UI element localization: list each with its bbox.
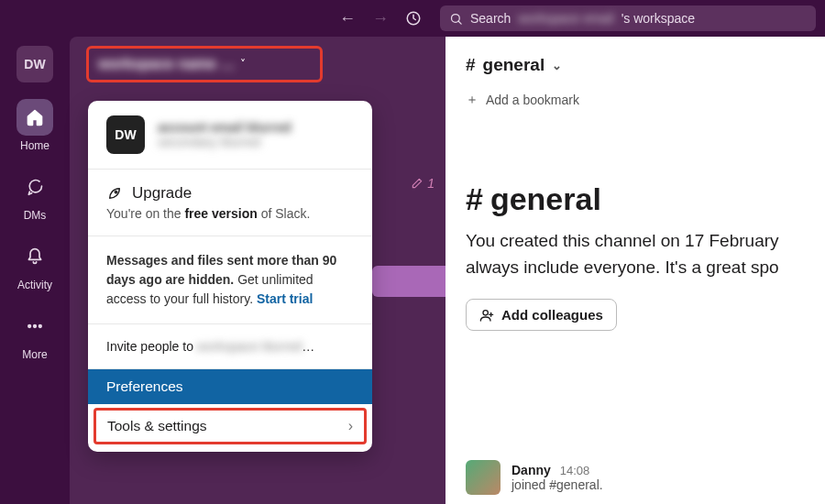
channel-hero-text: You created this channel on 17 February … xyxy=(466,228,825,280)
rail-item-dms[interactable]: DMs xyxy=(16,169,53,222)
channel-hero-title: # general xyxy=(466,181,825,217)
chevron-down-icon: ⌄ xyxy=(552,59,562,72)
search-input[interactable]: Search workspace email 's workspace xyxy=(440,5,816,31)
edit-count-badge: 1 xyxy=(411,176,434,191)
search-icon xyxy=(449,12,463,26)
main-area: DW Home DMs Activity More workspace name… xyxy=(0,37,825,504)
rail-item-home[interactable]: Home xyxy=(16,99,53,152)
bell-icon xyxy=(26,247,44,266)
search-placeholder-prefix: Search xyxy=(470,11,511,26)
left-rail: DW Home DMs Activity More xyxy=(0,37,70,504)
channel-header-button[interactable]: # general ⌄ xyxy=(466,55,825,75)
rail-label: Home xyxy=(20,139,50,152)
dropdown-invite-section[interactable]: Invite people to workspace blurred… xyxy=(88,324,372,369)
rocket-icon xyxy=(106,185,123,202)
filter-icon[interactable] xyxy=(387,56,403,72)
add-colleagues-button[interactable]: Add colleagues xyxy=(466,299,617,331)
account-lines: account email blurred secondary blurred xyxy=(158,120,291,149)
dropdown-item-tools-settings[interactable]: Tools & settings › xyxy=(94,408,367,444)
add-bookmark-button[interactable]: ＋ Add a bookmark xyxy=(466,92,825,108)
back-icon[interactable]: ← xyxy=(339,9,356,28)
home-icon xyxy=(26,108,44,126)
hash-icon: # xyxy=(466,181,483,217)
start-trial-link[interactable]: Start trial xyxy=(257,291,313,306)
workspace-switcher[interactable]: DW xyxy=(16,46,53,82)
person-add-icon xyxy=(479,308,494,323)
rail-label: DMs xyxy=(24,209,47,222)
workspace-menu-button[interactable]: workspace name … ˅ xyxy=(86,46,323,82)
plus-icon: ＋ xyxy=(466,92,478,108)
dropdown-history-section: Messages and files sent more than 90 day… xyxy=(88,236,372,324)
search-placeholder-suffix: 's workspace xyxy=(622,11,695,26)
more-icon xyxy=(26,317,44,335)
channel-name: general xyxy=(483,55,545,75)
forward-icon[interactable]: → xyxy=(372,9,389,28)
svg-point-2 xyxy=(28,325,31,328)
svg-point-3 xyxy=(34,325,37,328)
dropdown-account-section: DW account email blurred secondary blurr… xyxy=(88,101,372,170)
sidebar-header: workspace name … ˅ xyxy=(70,37,446,92)
dropdown-item-preferences[interactable]: Preferences xyxy=(88,369,372,404)
history-nav: ← → xyxy=(339,9,422,28)
rail-item-more[interactable]: More xyxy=(16,308,53,361)
svg-point-6 xyxy=(483,310,488,314)
hash-icon: # xyxy=(466,55,476,75)
rail-item-activity[interactable]: Activity xyxy=(16,238,53,291)
message-author[interactable]: Danny xyxy=(512,463,551,477)
history-icon[interactable] xyxy=(405,10,422,27)
channel-sidebar: workspace name … ˅ 1 DW account email bl… xyxy=(70,37,446,504)
rail-label: Activity xyxy=(17,279,52,291)
chat-icon xyxy=(26,178,44,196)
svg-point-4 xyxy=(39,325,42,328)
workspace-name-blur: workspace name … xyxy=(98,56,235,72)
message-body: joined #general. xyxy=(512,477,603,492)
top-bar: ← → Search workspace email 's workspace xyxy=(0,0,825,37)
upgrade-title: Upgrade xyxy=(132,184,192,203)
rail-label: More xyxy=(22,348,47,361)
message-row[interactable]: Danny 14:08 joined #general. xyxy=(466,460,603,495)
svg-point-5 xyxy=(115,191,116,192)
channel-content: # general ⌄ ＋ Add a bookmark # general Y… xyxy=(446,37,825,504)
workspace-dropdown-menu: DW account email blurred secondary blurr… xyxy=(88,101,372,452)
search-placeholder-blur: workspace email xyxy=(518,11,613,26)
dropdown-upgrade-section[interactable]: Upgrade You're on the free version of Sl… xyxy=(88,170,372,236)
account-avatar: DW xyxy=(106,115,145,154)
message-time: 14:08 xyxy=(560,464,590,477)
chevron-right-icon: › xyxy=(348,418,353,434)
compose-icon[interactable] xyxy=(420,56,436,72)
chevron-down-icon: ˅ xyxy=(240,58,246,71)
selected-channel-row[interactable] xyxy=(372,266,446,297)
avatar[interactable] xyxy=(466,460,500,495)
